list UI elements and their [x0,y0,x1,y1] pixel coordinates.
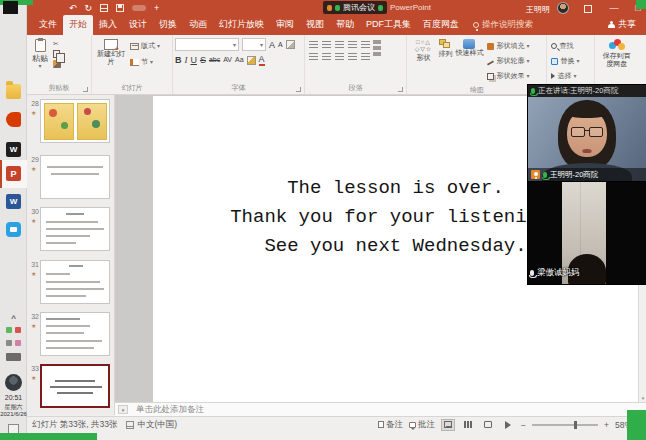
font-name-combo[interactable]: ▾ [175,38,239,51]
arrange-button[interactable]: 排列 [437,37,453,61]
ribbon-display-options-icon[interactable] [579,0,597,16]
justify-icon[interactable] [348,53,357,61]
redo-icon[interactable]: ↻ [85,0,93,16]
increase-indent-icon[interactable] [348,41,357,49]
comments-toggle[interactable]: 批注 [409,419,435,431]
tab-view[interactable]: 视图 [300,15,330,35]
shrink-font-icon[interactable]: A [278,39,283,51]
tab-pdf-tools[interactable]: PDF工具集 [360,15,417,35]
font-color-button[interactable]: A [259,54,265,66]
section-button[interactable]: 节▾ [130,56,160,68]
participant-video-1[interactable]: 王明明-20商院 [528,97,646,182]
dialog-launcher-icon[interactable] [398,87,403,92]
underline-button[interactable]: U [190,54,197,66]
strikethrough-abc-button[interactable]: abc [209,54,220,66]
change-case-button[interactable]: Aa [235,54,244,66]
zoom-out-button[interactable]: − [521,420,526,430]
slide-thumbnail-28[interactable] [40,99,110,143]
align-text-icon[interactable] [373,46,381,50]
shape-outline-button[interactable]: 形状轮廓▾ [487,55,529,67]
save-icon[interactable] [116,4,124,12]
numbering-icon[interactable] [322,41,331,49]
align-center-icon[interactable] [322,53,331,61]
replace-button[interactable]: 替换▾ [551,55,579,67]
line-spacing-icon[interactable] [361,41,370,49]
file-explorer-icon[interactable] [6,84,21,99]
align-right-icon[interactable] [335,53,344,61]
smartart-convert-icon[interactable] [373,52,381,56]
tray-icon[interactable] [15,327,21,333]
tab-design[interactable]: 设计 [123,15,153,35]
bullets-icon[interactable] [309,41,318,49]
bold-button[interactable]: B [175,54,182,66]
slide-thumbnail-33-selected[interactable] [40,364,110,408]
tab-review[interactable]: 审阅 [270,15,300,35]
tray-avatar[interactable] [5,374,22,391]
paste-button[interactable]: 粘贴 ▾ [29,37,51,70]
wps-icon[interactable]: W [6,142,21,157]
slide-thumbnail-30[interactable] [40,207,110,251]
notes-toggle[interactable]: 备注 [378,419,403,431]
meeting-video-panel[interactable]: 正在讲话:王明明-20商院 王明明-20商院 梁傲诚妈妈 [528,85,646,284]
powerpoint-icon[interactable]: P [6,166,21,181]
notes-placeholder[interactable]: 单击此处添加备注 [136,404,204,416]
highlight-pen-icon[interactable] [247,56,256,65]
quick-styles-button[interactable]: 快速样式 [453,37,485,59]
tab-help[interactable]: 帮助 [330,15,360,35]
account-name[interactable]: 王明明 [526,4,550,15]
tray-icon[interactable] [6,353,21,361]
layout-button[interactable]: 版式▾ [130,40,160,52]
slide-thumbnail-32[interactable] [40,312,110,356]
zoom-slider[interactable] [532,424,598,426]
tray-expand-icon[interactable]: ^ [6,311,21,326]
slide-sorter-button[interactable] [461,419,475,431]
tab-animations[interactable]: 动画 [183,15,213,35]
spellcheck-icon[interactable] [126,421,134,429]
notes-collapse-icon[interactable]: ▾ [118,405,128,414]
tray-icon[interactable] [15,340,21,346]
share-button[interactable]: 共享 [608,18,646,35]
zoom-slider-thumb[interactable] [574,421,577,429]
tell-me-search[interactable]: 操作说明搜索 [473,19,533,35]
columns-icon[interactable] [361,53,370,61]
undo-icon[interactable]: ↶ [69,0,77,16]
normal-view-button[interactable] [441,419,455,431]
tab-home[interactable]: 开始 [63,15,93,35]
text-direction-icon[interactable] [373,40,381,44]
clock-time[interactable]: 20:51 [0,394,27,401]
slideshow-button[interactable] [501,419,515,431]
account-avatar[interactable] [557,2,569,14]
preview-icon[interactable] [100,4,108,12]
shape-effects-button[interactable]: 形状效果▾ [487,70,529,82]
dialog-launcher-icon[interactable] [83,87,88,92]
align-left-icon[interactable] [309,53,318,61]
font-size-combo[interactable]: ▾ [242,38,266,51]
participant-video-2[interactable]: 梁傲诚妈妈 [528,182,646,284]
tab-transitions[interactable]: 切换 [153,15,183,35]
grow-font-icon[interactable]: A [269,39,275,51]
clear-formatting-icon[interactable] [286,40,295,49]
zoom-in-button[interactable]: + [604,420,609,430]
customize-toolbar-icon[interactable]: + [154,0,159,16]
copy-icon[interactable] [53,50,60,58]
new-slide-button[interactable]: 新建幻灯片 [94,37,128,68]
select-button[interactable]: 选择▾ [551,70,579,82]
office-icon[interactable] [6,112,21,127]
tencent-meeting-icon[interactable] [6,222,21,237]
tab-slideshow[interactable]: 幻灯片放映 [213,15,270,35]
character-spacing-button[interactable]: AV [223,54,232,66]
cut-icon[interactable]: ✂ [53,40,61,48]
decrease-indent-icon[interactable] [335,41,344,49]
shape-fill-button[interactable]: 形状填充▾ [487,40,529,52]
tray-icon[interactable] [6,340,12,346]
slide-thumbnail-31[interactable] [40,260,110,304]
tencent-meeting-floatbar[interactable]: 腾讯会议 [323,1,387,14]
minimize-button[interactable]: — [605,0,623,16]
word-icon[interactable]: W [6,194,21,209]
reading-view-button[interactable] [481,419,495,431]
tab-baidu-netdisk[interactable]: 百度网盘 [417,15,465,35]
tab-insert[interactable]: 插入 [93,15,123,35]
tab-file[interactable]: 文件 [33,15,63,35]
dialog-launcher-icon[interactable] [296,87,301,92]
find-button[interactable]: 查找 [551,40,579,52]
